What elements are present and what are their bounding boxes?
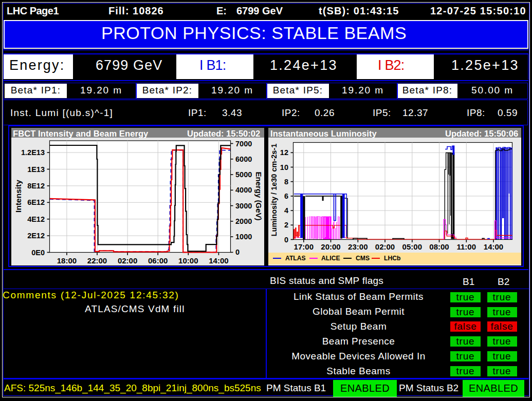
svg-text:2: 2	[284, 221, 288, 229]
svg-text:06:00: 06:00	[148, 256, 168, 264]
svg-text:1.2E13: 1.2E13	[21, 148, 45, 157]
svg-text:12: 12	[280, 148, 288, 157]
svg-text:10:00: 10:00	[178, 256, 198, 264]
svg-text:7000: 7000	[235, 140, 252, 148]
svg-text:2E12: 2E12	[27, 232, 45, 240]
svg-text:8E12: 8E12	[27, 182, 45, 190]
svg-text:3000: 3000	[235, 202, 252, 210]
svg-text:4E12: 4E12	[27, 215, 45, 223]
svg-text:0E0: 0E0	[31, 249, 45, 257]
svg-text:4: 4	[284, 206, 288, 215]
svg-text:11:00: 11:00	[457, 242, 476, 251]
svg-text:20:00: 20:00	[321, 242, 340, 251]
svg-text:1000: 1000	[235, 233, 252, 241]
svg-text:14:00: 14:00	[484, 242, 503, 251]
svg-text:02:00: 02:00	[118, 256, 137, 264]
svg-text:08:00: 08:00	[429, 242, 449, 251]
svg-text:Luminosity / 1e30 cm-2s-1: Luminosity / 1e30 cm-2s-1	[270, 144, 278, 237]
svg-text:6000: 6000	[235, 155, 252, 163]
svg-text:1E13: 1E13	[27, 165, 45, 174]
svg-text:17:00: 17:00	[294, 242, 314, 251]
svg-text:10: 10	[280, 163, 288, 171]
svg-text:14:00: 14:00	[209, 256, 228, 264]
svg-text:0: 0	[284, 236, 288, 244]
svg-text:18:00: 18:00	[57, 256, 77, 264]
svg-text:8: 8	[284, 178, 288, 186]
svg-text:6: 6	[284, 192, 288, 200]
svg-text:Intensity: Intensity	[14, 180, 23, 213]
svg-text:22:00: 22:00	[87, 256, 107, 264]
svg-text:23:00: 23:00	[348, 242, 368, 251]
svg-text:02:00: 02:00	[375, 242, 395, 251]
svg-text:0: 0	[235, 248, 240, 256]
svg-text:4000: 4000	[235, 186, 252, 194]
svg-text:6E12: 6E12	[27, 198, 45, 206]
svg-text:5000: 5000	[235, 170, 252, 179]
svg-text:Energy (GeV): Energy (GeV)	[254, 171, 263, 220]
svg-text:05:00: 05:00	[402, 242, 422, 251]
svg-text:2000: 2000	[235, 217, 252, 225]
